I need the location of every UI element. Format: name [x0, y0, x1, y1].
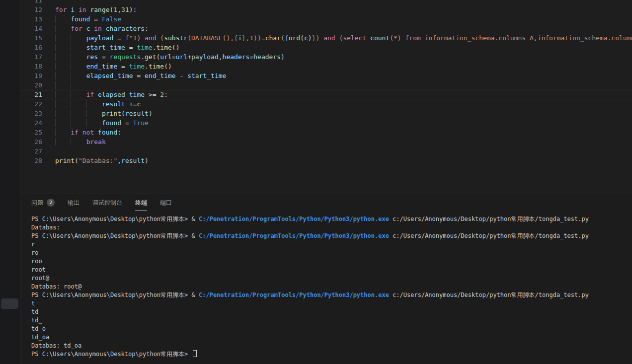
code-token: i	[71, 6, 75, 13]
terminal-line: PS C:\Users\Anonymous\Desktop\python常用脚本…	[31, 350, 632, 359]
line-number[interactable]: 26	[20, 137, 42, 146]
code-line[interactable]: 11	[20, 0, 632, 5]
code-text: res = requests.get(url=url+payload,heade…	[42, 52, 632, 62]
code-line[interactable]: 25 if not found:	[20, 128, 632, 137]
code-token: payload	[86, 34, 114, 42]
indent-guide	[71, 119, 86, 127]
code-token: url	[160, 53, 171, 61]
terminal-text: Databas: td_oa	[31, 342, 81, 349]
code-token: ord	[289, 34, 300, 42]
line-number[interactable]: 25	[20, 128, 42, 137]
code-token: ()	[164, 63, 172, 70]
line-number[interactable]: 28	[20, 156, 42, 165]
code-text	[42, 80, 632, 90]
code-line[interactable]: 26 break	[20, 137, 632, 146]
code-text: start_time = time.time()	[42, 43, 632, 52]
code-token: False	[102, 15, 121, 23]
panel-tab-problems[interactable]: 问题2	[31, 194, 55, 211]
panel-tab-ports[interactable]: 端口	[160, 194, 172, 211]
code-token: url	[176, 53, 187, 61]
terminal-text: td	[31, 308, 38, 315]
code-token: c	[304, 34, 308, 42]
code-line[interactable]: 19 elapsed_time = end_time - start_time	[20, 71, 632, 80]
code-line[interactable]: 16 start_time = time.time()	[20, 43, 632, 52]
code-token	[366, 34, 370, 42]
code-text: print(result)	[42, 109, 632, 118]
line-number[interactable]: 11	[20, 0, 42, 5]
left-rail[interactable]	[0, 0, 20, 364]
line-number[interactable]: 15	[20, 33, 42, 43]
code-line[interactable]: 24 found = True	[20, 118, 632, 128]
panel-tab-debug-console[interactable]: 调试控制台	[92, 194, 122, 211]
line-number[interactable]: 13	[20, 14, 42, 24]
terminal-command-path: C:/Penetration/ProgramTools/Python/Pytho…	[199, 216, 389, 222]
code-line[interactable]: 13 found = False	[20, 14, 632, 24]
terminal-line: ro	[31, 249, 632, 257]
line-number[interactable]: 27	[20, 146, 42, 156]
indent-guide	[55, 53, 71, 61]
terminal-text: ro	[31, 249, 38, 256]
line-number[interactable]: 23	[20, 109, 42, 118]
code-token: end_time	[145, 72, 176, 79]
code-token: ):	[129, 6, 137, 13]
code-token: payload	[191, 53, 219, 61]
panel-tab-output[interactable]: 输出	[68, 194, 79, 211]
panel-tab-label: 输出	[68, 199, 79, 207]
code-line[interactable]: 23 print(result)	[20, 109, 632, 118]
code-line[interactable]: 22 result +=c	[20, 99, 632, 109]
panel-tab-label: 调试控制台	[92, 199, 122, 207]
code-token	[94, 91, 98, 98]
code-token: :	[145, 25, 149, 32]
code-text: result +=c	[42, 99, 632, 109]
code-line[interactable]: 20	[20, 80, 632, 90]
code-token: not	[82, 129, 94, 136]
editor-and-panel: 1112for i in range(1,31):13 found = Fals…	[20, 0, 632, 364]
panel-tab-label: 端口	[160, 199, 172, 207]
code-line[interactable]: 28print("Databas:",result)	[20, 156, 632, 165]
indent-guide	[86, 110, 102, 117]
line-number[interactable]: 17	[20, 52, 42, 62]
code-token: range	[90, 6, 109, 13]
indent-guide	[86, 119, 102, 127]
code-token: "Databas:"	[79, 157, 117, 164]
code-token: =	[117, 63, 129, 70]
code-line[interactable]: 27	[20, 146, 632, 156]
line-number[interactable]: 19	[20, 71, 42, 80]
editor-lines: 1112for i in range(1,31):13 found = Fals…	[20, 0, 632, 165]
left-rail-highlight[interactable]	[1, 298, 18, 309]
code-line[interactable]: 12for i in range(1,31):	[20, 5, 632, 14]
code-line[interactable]: 17 res = requests.get(url=url+payload,he…	[20, 52, 632, 62]
line-number[interactable]: 21	[20, 90, 42, 99]
problems-count-badge: 2	[47, 199, 55, 207]
line-number[interactable]: 24	[20, 118, 42, 128]
indent-guide	[55, 25, 71, 32]
code-text: if not found:	[42, 128, 632, 137]
indent-guide	[55, 138, 71, 146]
code-editor[interactable]: 1112for i in range(1,31):13 found = Fals…	[20, 0, 632, 194]
panel-tab-terminal[interactable]: 终端	[135, 194, 147, 211]
code-line[interactable]: 15 payload = f"1) and (substr(DATABASE()…	[20, 33, 632, 43]
line-number[interactable]: 22	[20, 99, 42, 109]
line-number[interactable]: 18	[20, 62, 42, 71]
terminal-text: c:/Users/Anonymous/Desktop/python常用脚本/to…	[389, 216, 589, 222]
terminal-line: Databas:	[31, 223, 632, 232]
code-token: :	[164, 91, 168, 98]
code-line[interactable]: 18 end_time = time.time()	[20, 62, 632, 71]
code-line[interactable]: 14 for c in characters:	[20, 24, 632, 33]
code-text: if elapsed_time >= 2:	[42, 90, 632, 99]
code-token: {	[234, 34, 238, 42]
code-token: (*)	[390, 34, 405, 42]
line-number[interactable]: 14	[20, 24, 42, 33]
code-token: .	[145, 63, 149, 70]
terminal-output[interactable]: PS C:\Users\Anonymous\Desktop\python常用脚本…	[20, 211, 632, 364]
line-number[interactable]: 16	[20, 43, 42, 52]
code-token: =	[125, 44, 137, 51]
code-token: elapsed_time	[86, 72, 133, 79]
code-line[interactable]: 21 if elapsed_time >= 2:	[20, 90, 632, 99]
terminal-text: PS C:\Users\Anonymous\Desktop\python常用脚本…	[31, 291, 199, 298]
line-number[interactable]: 20	[20, 80, 42, 90]
line-number[interactable]: 12	[20, 5, 42, 14]
code-token: requests	[110, 53, 141, 61]
code-text	[42, 0, 632, 5]
terminal-cursor	[193, 350, 197, 357]
